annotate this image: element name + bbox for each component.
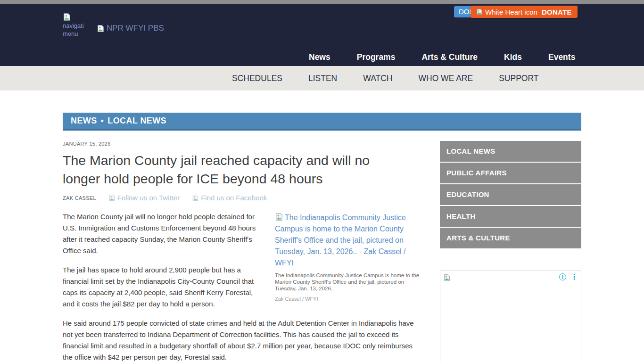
- ad-container: i ⋮: [440, 271, 581, 362]
- sidebar-category-education[interactable]: EDUCATION: [440, 184, 581, 205]
- broken-image-icon: [275, 213, 283, 221]
- main-nav: News Programs Arts & Culture Kids Events: [309, 52, 575, 62]
- ad-options-icon[interactable]: ⋮: [570, 273, 578, 280]
- breadcrumb: NEWS • LOCAL NEWS: [63, 113, 581, 131]
- byline: ZAK CASSEL Follow us on Twitter: [63, 194, 420, 202]
- nav-programs[interactable]: Programs: [357, 52, 396, 62]
- donate-label: DONATE: [542, 8, 572, 16]
- broken-image-icon: [63, 13, 71, 21]
- sidebar-category-local-news[interactable]: LOCAL NEWS: [440, 141, 581, 162]
- article-date: JANUARY 15, 2026: [63, 141, 420, 147]
- secondary-nav: SCHEDULES LISTEN WATCH WHO WE ARE SUPPOR…: [0, 66, 644, 90]
- breadcrumb-news[interactable]: NEWS: [71, 116, 97, 126]
- logo-link[interactable]: NPR WFYI PBS: [97, 24, 164, 33]
- menu-alt-text: navigation menu: [63, 22, 84, 37]
- sidebar-category-public-affairs[interactable]: PUBLIC AFFAIRS: [440, 163, 581, 183]
- subnav-schedules[interactable]: SCHEDULES: [232, 74, 282, 83]
- subnav-who-we-are[interactable]: WHO WE ARE: [418, 74, 473, 83]
- image-caption: The Indianapolis Community Justice Campu…: [275, 272, 420, 292]
- twitter-link-alt-text: Follow us on Twitter: [117, 194, 180, 202]
- white-heart-icon: [476, 8, 483, 15]
- article-author: ZAK CASSEL: [63, 195, 96, 201]
- twitter-icon: [108, 194, 116, 201]
- subnav-watch[interactable]: WATCH: [363, 74, 392, 83]
- nav-kids[interactable]: Kids: [504, 52, 522, 62]
- nav-events[interactable]: Events: [548, 52, 575, 62]
- subnav-listen[interactable]: LISTEN: [308, 74, 337, 83]
- article-body: The Indianapolis Community Justice Campu…: [63, 211, 420, 362]
- facebook-follow-link[interactable]: Find us on Facebook: [192, 194, 267, 202]
- logo-alt-text: NPR WFYI PBS: [107, 24, 164, 33]
- article-paragraph: He said around 175 people convicted of s…: [63, 318, 420, 362]
- facebook-link-alt-text: Find us on Facebook: [201, 194, 267, 202]
- top-strip: [0, 0, 644, 4]
- sidebar-category-list: LOCAL NEWS PUBLIC AFFAIRS EDUCATION HEAL…: [440, 141, 581, 248]
- menu-button[interactable]: navigation menu: [63, 13, 84, 44]
- donate-button[interactable]: White Heart icon DONATE: [471, 6, 578, 18]
- site-header: navigation menu NPR WFYI PBS DONATE Whit…: [0, 4, 644, 66]
- facebook-icon: [192, 194, 199, 201]
- article: JANUARY 15, 2026 The Marion County jail …: [63, 141, 420, 362]
- breadcrumb-separator: •: [101, 116, 104, 126]
- nav-news[interactable]: News: [309, 52, 330, 62]
- page-content: NEWS • LOCAL NEWS JANUARY 15, 2026 The M…: [63, 113, 581, 362]
- twitter-follow-link[interactable]: Follow us on Twitter: [108, 194, 180, 202]
- sidebar-category-arts-culture[interactable]: ARTS & CULTURE: [440, 228, 581, 248]
- image-alt-text: The Indianapolis Community Justice Campu…: [275, 214, 406, 267]
- broken-image-icon: [443, 274, 451, 281]
- subnav-support[interactable]: SUPPORT: [499, 74, 538, 83]
- article-title: The Marion County jail reached capacity …: [63, 151, 402, 188]
- sidebar: LOCAL NEWS PUBLIC AFFAIRS EDUCATION HEAL…: [440, 141, 581, 362]
- breadcrumb-local-news[interactable]: LOCAL NEWS: [107, 116, 166, 126]
- sidebar-category-health[interactable]: HEALTH: [440, 206, 581, 227]
- article-image-broken: The Indianapolis Community Justice Campu…: [275, 212, 420, 269]
- ad-info-icon[interactable]: i: [559, 273, 566, 280]
- donate-icon-alt-text: White Heart icon: [485, 8, 537, 16]
- image-credit: Zak Cassel / WFYI: [275, 293, 420, 304]
- nav-arts-culture[interactable]: Arts & Culture: [421, 52, 478, 62]
- article-image-figure: The Indianapolis Community Justice Campu…: [275, 212, 420, 304]
- broken-image-icon: [97, 25, 105, 33]
